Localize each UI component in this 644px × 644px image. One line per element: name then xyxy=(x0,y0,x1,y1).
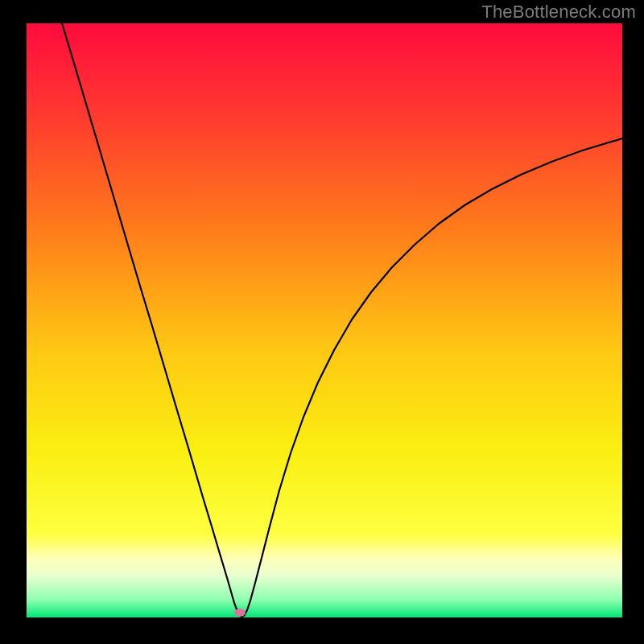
chart-frame: TheBottleneck.com xyxy=(0,0,644,644)
minimum-marker xyxy=(234,609,246,617)
chart-svg xyxy=(27,23,622,617)
watermark-text: TheBottleneck.com xyxy=(481,2,636,23)
gradient-background xyxy=(27,23,622,617)
plot-area xyxy=(27,23,622,617)
